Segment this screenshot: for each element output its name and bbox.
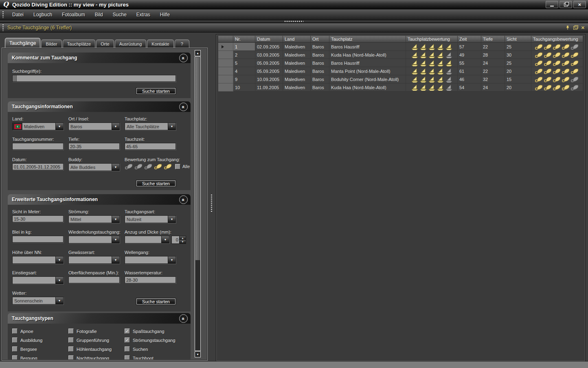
oberflaechenpause-input[interactable]: [68, 276, 120, 283]
cell-zeit[interactable]: 61: [458, 67, 481, 75]
collapse-chevron-icon[interactable]: «: [179, 195, 188, 204]
close-panel-icon[interactable]: ✕: [581, 26, 585, 30]
tauchplatz-combobox[interactable]: Alle Tauchplätze ▼: [125, 123, 176, 130]
scroll-thumb[interactable]: [195, 57, 200, 260]
dive-type-checkbox[interactable]: ✓: [125, 337, 130, 343]
dive-type-checkbox[interactable]: ✓: [125, 329, 130, 334]
chevron-down-icon[interactable]: ▼: [112, 164, 119, 171]
section-advanced-header[interactable]: Erweiterte Tauchgangsinformationen «: [8, 194, 191, 205]
pin-icon[interactable]: [566, 25, 570, 30]
cell-datum[interactable]: 05.09.2005: [255, 67, 283, 75]
tab-help[interactable]: ?: [175, 39, 189, 48]
collapse-chevron-icon[interactable]: «: [179, 54, 188, 62]
cell-zeit[interactable]: 54: [458, 83, 481, 92]
alle-checkbox[interactable]: [175, 164, 180, 169]
cell-tauchplatz[interactable]: Boduhity Corner (Nord-Male-Atoll): [329, 75, 406, 83]
cell-nr[interactable]: 1: [233, 43, 255, 51]
tab-bilder[interactable]: Bilder: [41, 39, 61, 48]
cell-tauchplatz[interactable]: Kuda Haa (Nord-Male-Atoll): [329, 83, 406, 92]
cell-sicht[interactable]: 25: [505, 59, 531, 67]
search-start-button[interactable]: Suche starten: [136, 88, 176, 94]
cell-datum[interactable]: 10.09.2005: [255, 75, 283, 83]
row-selector-cell[interactable]: [218, 75, 233, 83]
land-combobox[interactable]: Malediven ▼: [12, 123, 64, 130]
float-window-icon[interactable]: [573, 26, 577, 30]
hoehe-combobox[interactable]: ▼: [12, 256, 64, 264]
restore-button[interactable]: [559, 1, 572, 8]
cell-datum[interactable]: 05.09.2005: [255, 59, 283, 67]
tab-ausruestung[interactable]: Ausrüstung: [115, 39, 147, 48]
suchbegriff-input[interactable]: [12, 75, 176, 82]
blei-input[interactable]: [12, 236, 64, 243]
dive-type-checkbox[interactable]: [125, 346, 130, 352]
panel-splitter[interactable]: [209, 36, 214, 361]
tab-tauchgaenge[interactable]: Tauchgänge: [5, 38, 40, 48]
dive-type-checkbox[interactable]: [12, 337, 18, 343]
gewaesserart-combobox[interactable]: ▼: [68, 256, 120, 264]
chevron-down-icon[interactable]: ▼: [112, 256, 119, 263]
chevron-down-icon[interactable]: ▼: [161, 236, 169, 243]
dive-type-checkbox[interactable]: [68, 329, 74, 334]
cell-tauchplatz[interactable]: Manta Point (Nord-Male-Atoll): [329, 67, 406, 75]
row-selector-cell[interactable]: [218, 67, 233, 75]
dive-type-checkbox[interactable]: [12, 329, 18, 334]
cell-tiefe[interactable]: 28: [481, 51, 505, 59]
row-selector-cell[interactable]: [218, 83, 233, 92]
dive-type-checkbox[interactable]: [68, 337, 74, 343]
cell-tauchplatz[interactable]: Baros Hausriff: [329, 43, 406, 51]
section-dive-info-header[interactable]: Tauchgangsinformationen «: [8, 101, 191, 112]
tab-orte[interactable]: Orte: [96, 39, 114, 48]
minimize-button[interactable]: [546, 1, 558, 8]
cell-land[interactable]: Malediven: [283, 75, 311, 83]
cell-ort[interactable]: Baros: [311, 59, 329, 67]
row-selector-cell[interactable]: [218, 43, 233, 51]
chevron-down-icon[interactable]: ▼: [168, 123, 176, 130]
cell-zeit[interactable]: 57: [458, 43, 481, 51]
table-row[interactable]: 9 10.09.2005 Malediven Baros Boduhity Co…: [218, 75, 583, 83]
dive-type-checkbox[interactable]: [12, 346, 18, 352]
menu-suche[interactable]: Suche: [108, 12, 132, 18]
table-header-tiefe[interactable]: Tiefe: [481, 36, 505, 43]
chevron-down-icon[interactable]: ▼: [168, 256, 176, 263]
cell-tauchplatz[interactable]: Kuda Haa (Nord-Male-Atoll): [329, 51, 406, 59]
cell-ort[interactable]: Baros: [311, 43, 329, 51]
datum-input[interactable]: [12, 163, 64, 170]
section-comment-header[interactable]: Kommentar zum Tauchgang «: [8, 53, 191, 63]
wassertemperatur-input[interactable]: [125, 276, 176, 283]
chevron-down-icon[interactable]: ▼: [112, 123, 119, 130]
cell-nr[interactable]: 10: [233, 83, 255, 92]
tab-kontakte[interactable]: Kontakte: [147, 39, 173, 48]
scroll-down-icon[interactable]: ▼: [195, 351, 201, 357]
cell-datum[interactable]: 11.09.2005: [255, 83, 283, 92]
row-selector-cell[interactable]: [218, 51, 233, 59]
cell-zeit[interactable]: 49: [458, 51, 481, 59]
table-header-tauchplatz[interactable]: Tauchplatz: [329, 36, 406, 43]
menu-fotoalbum[interactable]: Fotoalbum: [57, 12, 90, 18]
cell-sicht[interactable]: 25: [505, 43, 531, 51]
cell-ort[interactable]: Baros: [311, 75, 329, 83]
wiederholung-combobox[interactable]: ▼: [68, 236, 120, 243]
einstiegsart-combobox[interactable]: ▼: [12, 276, 64, 284]
chevron-down-icon[interactable]: ▼: [55, 123, 63, 130]
dive-rating-fins[interactable]: [125, 163, 173, 170]
collapse-chevron-icon[interactable]: «: [179, 103, 188, 111]
toolbar-grip-handle[interactable]: [2, 24, 4, 31]
table-header-land[interactable]: Land: [283, 36, 311, 43]
dive-type-checkbox[interactable]: [125, 355, 130, 359]
dive-type-checkbox[interactable]: [68, 346, 74, 352]
search-start-button[interactable]: Suche starten: [136, 180, 176, 187]
chevron-down-icon[interactable]: ▼: [112, 216, 119, 223]
cell-land[interactable]: Malediven: [283, 43, 311, 51]
cell-tiefe[interactable]: 22: [481, 67, 505, 75]
cell-land[interactable]: Malediven: [283, 67, 311, 75]
buddy-combobox[interactable]: Alle Buddies ▼: [68, 163, 120, 171]
table-row[interactable]: 10 11.09.2005 Malediven Baros Kuda Haa (…: [218, 83, 583, 92]
chevron-down-icon[interactable]: ▼: [55, 256, 63, 263]
table-row[interactable]: 1 02.09.2005 Malediven Baros Baros Hausr…: [218, 43, 583, 51]
tiefe-input[interactable]: [68, 143, 120, 150]
tab-tauchplaetze[interactable]: Tauchplätze: [63, 39, 96, 48]
menu-logbuch[interactable]: Logbuch: [29, 12, 57, 18]
tauchzeit-input[interactable]: [125, 143, 176, 150]
table-header-zeit[interactable]: Zeit: [458, 36, 481, 43]
table-header-nr[interactable]: Nr.: [233, 36, 255, 43]
